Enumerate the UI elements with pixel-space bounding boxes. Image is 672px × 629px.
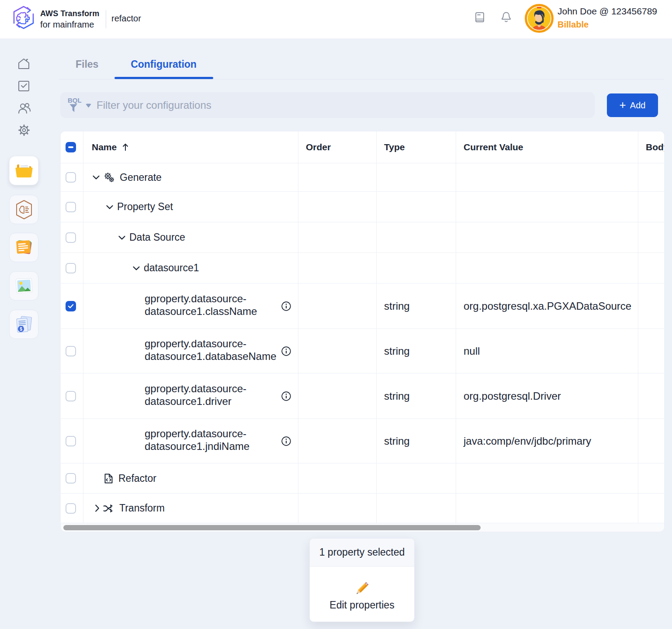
svg-text:$: $	[20, 327, 22, 332]
